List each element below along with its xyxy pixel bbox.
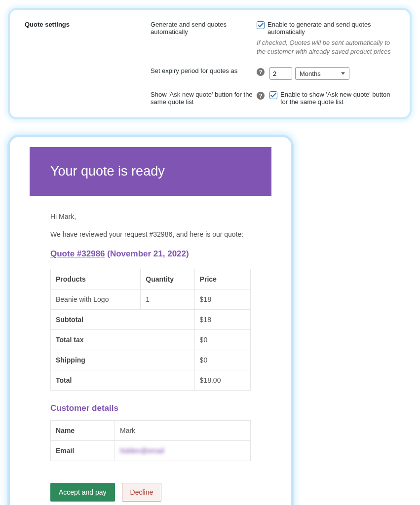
cust-name-label: Name (51, 421, 115, 441)
settings-row-expiry: Set expiry period for quotes as ? Months (25, 67, 395, 80)
cell-price: $18 (194, 289, 250, 310)
help-icon[interactable]: ? (257, 92, 265, 100)
col-header-price: Price (194, 269, 250, 289)
cell-qty: 1 (141, 289, 194, 310)
quote-items-table: Products Quantity Price Beanie with Logo… (50, 269, 251, 391)
customer-details-table: Name Mark Email hidden@email (50, 420, 251, 461)
quote-number-link[interactable]: Quote #32986 (50, 249, 105, 258)
quote-email-preview: Your quote is ready Hi Mark, We have rev… (10, 137, 291, 505)
expiry-number-input[interactable] (269, 67, 292, 80)
table-row-tax: Total tax $0 (51, 330, 251, 350)
setting-label-expiry: Set expiry period for quotes as (151, 67, 257, 74)
auto-generate-checkbox-label: Enable to generate and send quotes autom… (267, 21, 395, 36)
expiry-unit-select[interactable]: Months (295, 67, 349, 80)
total-label: Total (51, 370, 195, 391)
decline-button[interactable]: Decline (122, 483, 162, 502)
table-row-subtotal: Subtotal $18 (51, 310, 251, 330)
settings-row-auto-generate: Quote settings Generate and send quotes … (25, 21, 395, 56)
total-label: Subtotal (51, 310, 195, 330)
table-row: Beanie with Logo 1 $18 (51, 289, 251, 310)
cust-name-value: Mark (115, 421, 251, 441)
cell-product: Beanie with Logo (51, 289, 141, 310)
email-intro: We have reviewed your request #32986, an… (50, 230, 251, 238)
table-row: Email hidden@email (51, 441, 251, 461)
section-title: Quote settings (25, 21, 151, 28)
total-label: Shipping (51, 350, 195, 370)
table-row-shipping: Shipping $0 (51, 350, 251, 370)
table-header-row: Products Quantity Price (51, 269, 251, 289)
total-value: $18 (194, 310, 250, 330)
settings-row-ask-new: Show 'Ask new quote' button for the same… (25, 91, 395, 106)
quote-settings-panel: Quote settings Generate and send quotes … (10, 10, 410, 117)
setting-label-auto: Generate and send quotes automatically (151, 21, 257, 36)
cust-email-label: Email (51, 441, 115, 461)
quote-title-line: Quote #32986 (November 21, 2022) (50, 249, 251, 259)
help-icon[interactable]: ? (257, 68, 265, 76)
total-value: $0 (194, 350, 250, 370)
total-value: $18.00 (194, 370, 250, 391)
email-greeting: Hi Mark, (50, 213, 251, 220)
customer-details-heading: Customer details (50, 403, 251, 413)
email-header: Your quote is ready (30, 147, 271, 196)
total-value: $0 (194, 330, 250, 350)
quote-date: (November 21, 2022) (107, 249, 189, 258)
accept-and-pay-button[interactable]: Accept and pay (50, 483, 115, 502)
auto-generate-hint: If checked, Quotes will be sent automati… (257, 38, 395, 56)
setting-label-asknew: Show 'Ask new quote' button for the same… (151, 91, 257, 106)
col-header-products: Products (51, 269, 141, 289)
cust-email-value: hidden@email (115, 441, 251, 461)
total-label: Total tax (51, 330, 195, 350)
expiry-unit-value: Months (300, 70, 321, 77)
ask-new-checkbox-label: Enable to show 'Ask new quote' button fo… (280, 91, 395, 106)
table-row-total: Total $18.00 (51, 370, 251, 391)
ask-new-checkbox[interactable] (269, 91, 277, 99)
table-row: Name Mark (51, 421, 251, 441)
col-header-quantity: Quantity (141, 269, 194, 289)
action-buttons: Accept and pay Decline (30, 483, 271, 505)
auto-generate-checkbox[interactable] (257, 21, 265, 29)
